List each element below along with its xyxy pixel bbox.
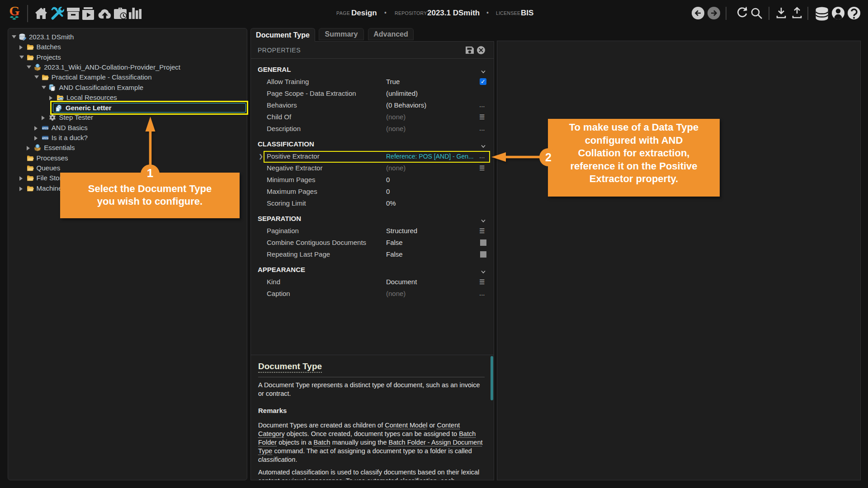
svg-text:G: G xyxy=(9,5,19,18)
svg-text:07Z3: 07Z3 xyxy=(42,137,48,140)
svg-text:07Z3: 07Z3 xyxy=(42,127,48,129)
